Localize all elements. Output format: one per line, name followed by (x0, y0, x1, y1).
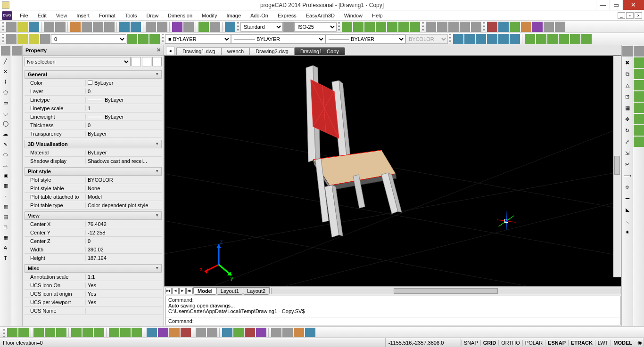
bt-23[interactable] (282, 328, 293, 337)
image-button[interactable] (210, 22, 220, 32)
prop-value[interactable]: ByLayer (86, 114, 162, 120)
modify-1-button[interactable] (634, 57, 644, 68)
prop-group-plot-style[interactable]: Plot style (25, 167, 162, 176)
prop-row[interactable]: Center X76.4042 (25, 220, 162, 228)
move-button[interactable]: ✥ (622, 114, 633, 124)
union-button[interactable] (547, 34, 558, 44)
bt-pdf[interactable] (294, 328, 304, 337)
addon-4-button[interactable] (521, 22, 531, 32)
break-button[interactable]: ⎊ (622, 182, 633, 192)
horizontal-scrollbar[interactable] (271, 288, 620, 294)
mdi-minimize-button[interactable]: _ (618, 12, 625, 19)
mdi-close-button[interactable]: × (635, 12, 642, 19)
prop-value[interactable]: 1:1 (86, 274, 162, 280)
grip-icon[interactable] (634, 46, 644, 56)
prop-row[interactable]: Thickness0 (25, 121, 162, 129)
bt-13[interactable] (158, 328, 168, 337)
bt-8[interactable] (94, 328, 104, 337)
solid-cylinder-button[interactable] (476, 34, 486, 44)
intersect-button[interactable] (570, 34, 580, 44)
prop-row[interactable]: Width390.02 (25, 245, 162, 254)
menu-insert[interactable]: Insert (72, 13, 94, 18)
scale-button[interactable]: ⤢ (622, 137, 633, 147)
revolve-button[interactable] (536, 34, 546, 44)
subtract-button[interactable] (559, 34, 569, 44)
minimize-button[interactable]: — (596, 0, 609, 10)
layer-lock-icon[interactable] (40, 34, 50, 44)
command-history[interactable]: Command:Auto saving open drawings...C:\U… (165, 296, 620, 317)
gradient-button[interactable]: ▤ (1, 212, 10, 221)
prop-row[interactable]: UCS Name (25, 307, 162, 315)
menu-edit[interactable]: Edit (33, 13, 51, 18)
solid-wedge-button[interactable] (498, 34, 509, 44)
bt-4[interactable] (45, 328, 55, 337)
grip-icon[interactable] (2, 34, 4, 44)
insert-block-button[interactable]: ▣ (1, 170, 10, 180)
grip-icon[interactable] (422, 22, 424, 32)
bt-11[interactable] (132, 328, 142, 337)
prop-value[interactable]: BYCOLOR (86, 177, 162, 183)
make-block-button[interactable]: ▦ (1, 181, 10, 190)
region-button[interactable]: ◻ (1, 222, 10, 232)
bt-22[interactable] (271, 328, 281, 337)
prop-value[interactable]: Yes (86, 282, 162, 288)
properties-button[interactable] (183, 22, 194, 32)
polyline-button[interactable]: ⌇ (1, 77, 10, 87)
rotate-button[interactable]: ↻ (622, 125, 633, 136)
polygon-button[interactable]: ⬠ (1, 88, 10, 97)
prop-row[interactable]: UCS per viewportYes (25, 298, 162, 307)
modify-8-button[interactable] (634, 137, 644, 147)
layout-last-button[interactable]: ⏭ (186, 288, 193, 294)
bt-3[interactable] (33, 328, 44, 337)
menu-add-on[interactable]: Add-On (246, 13, 273, 18)
bt-16[interactable] (196, 328, 206, 337)
layouttab-model[interactable]: Model (193, 287, 217, 295)
solid-box-button[interactable] (453, 34, 463, 44)
redo-button[interactable] (131, 22, 141, 32)
solid-sphere-button[interactable] (464, 34, 475, 44)
modify-6-button[interactable] (634, 114, 644, 124)
layouttab-layout2[interactable]: Layout2 (243, 287, 270, 295)
save-button[interactable] (29, 22, 39, 32)
mirror-button[interactable]: △ (622, 80, 633, 90)
pan-button[interactable] (146, 22, 156, 32)
line-button[interactable]: ╱ (1, 56, 10, 66)
explode-button[interactable]: ✷ (622, 227, 633, 237)
status-toggle-esnap[interactable]: ESNAP (545, 340, 568, 346)
status-toggle-model[interactable]: MODEL (611, 340, 635, 346)
prop-value[interactable]: None (86, 186, 162, 191)
rectangle-button[interactable]: ▭ (1, 98, 10, 107)
zoom-button[interactable] (157, 22, 167, 32)
solid-torus-button[interactable] (510, 34, 520, 44)
table-button[interactable]: ▦ (1, 233, 10, 242)
layer-select[interactable]: 0 (51, 34, 126, 44)
prop-value[interactable]: 1 (86, 105, 162, 111)
copy-button[interactable] (82, 22, 92, 32)
layer-state-button[interactable] (138, 34, 149, 44)
chamfer-button[interactable]: ◣ (622, 204, 633, 215)
menu-express[interactable]: Express (273, 13, 301, 18)
prop-value[interactable]: Model (86, 194, 162, 200)
prop-value[interactable]: ByLayer (86, 150, 162, 155)
view-right-button[interactable] (460, 22, 470, 32)
maximize-button[interactable]: ▭ (609, 0, 622, 10)
prop-row[interactable]: Linetype scale1 (25, 104, 162, 113)
spline-button[interactable]: ∿ (1, 139, 10, 149)
grip-icon[interactable] (237, 22, 239, 32)
prop-value[interactable]: -12.258 (86, 230, 162, 235)
paste-button[interactable] (93, 22, 103, 32)
modify-3-button[interactable] (634, 80, 644, 90)
bt-19[interactable] (233, 328, 244, 337)
prop-group-general[interactable]: General (25, 70, 162, 79)
prop-row[interactable]: Layer0 (25, 87, 162, 96)
match-properties-button[interactable] (104, 22, 115, 32)
textstyle-button[interactable] (283, 22, 294, 32)
prop-value[interactable]: 0 (86, 238, 162, 244)
bt-15[interactable] (181, 328, 191, 337)
osnap-1-button[interactable] (342, 22, 352, 32)
prop-row[interactable]: Plot table attached toModel (25, 193, 162, 201)
canvas-viewport[interactable]: x y z (164, 56, 621, 286)
prop-row[interactable]: UCS icon at originYes (25, 290, 162, 298)
open-button[interactable] (17, 22, 28, 32)
bt-7[interactable] (83, 328, 93, 337)
